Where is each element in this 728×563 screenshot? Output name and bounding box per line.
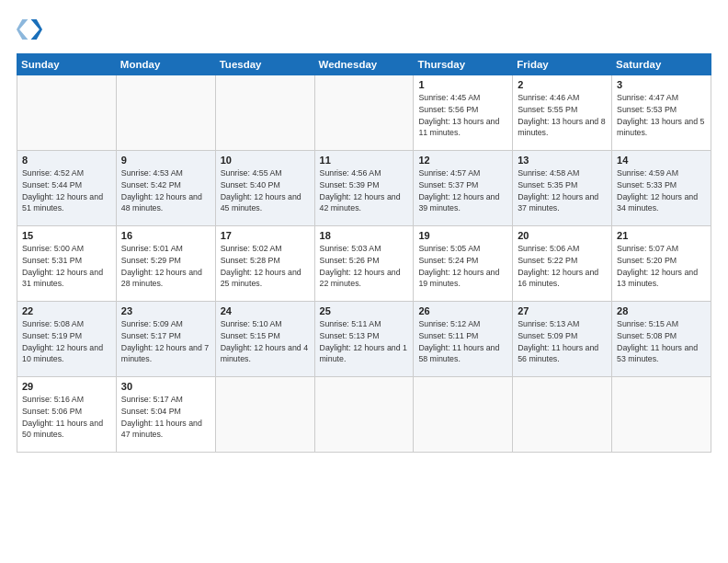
page: SundayMondayTuesdayWednesdayThursdayFrid… bbox=[0, 0, 728, 563]
day-number: 18 bbox=[320, 230, 409, 241]
calendar-week-row: 1Sunrise: 4:45 AMSunset: 5:56 PMDaylight… bbox=[17, 75, 711, 151]
day-number: 21 bbox=[617, 230, 706, 241]
day-info: Sunrise: 5:11 AMSunset: 5:13 PMDaylight:… bbox=[320, 318, 409, 365]
calendar-cell: 13Sunrise: 4:58 AMSunset: 5:35 PMDayligh… bbox=[513, 151, 612, 226]
calendar-cell: 18Sunrise: 5:03 AMSunset: 5:26 PMDayligh… bbox=[314, 226, 414, 302]
calendar-week-row: 29Sunrise: 5:16 AMSunset: 5:06 PMDayligh… bbox=[17, 377, 711, 453]
calendar-cell bbox=[116, 75, 215, 151]
calendar-cell bbox=[215, 377, 314, 453]
calendar-cell bbox=[513, 377, 612, 453]
day-number: 20 bbox=[518, 230, 607, 241]
calendar-day-header: Thursday bbox=[414, 54, 513, 75]
day-info: Sunrise: 5:16 AMSunset: 5:06 PMDaylight:… bbox=[22, 394, 111, 441]
calendar-cell: 15Sunrise: 5:00 AMSunset: 5:31 PMDayligh… bbox=[17, 226, 117, 302]
day-number: 29 bbox=[22, 381, 111, 392]
svg-marker-1 bbox=[17, 19, 28, 40]
logo bbox=[17, 17, 46, 42]
logo-icon bbox=[17, 17, 42, 42]
day-info: Sunrise: 5:17 AMSunset: 5:04 PMDaylight:… bbox=[121, 394, 210, 441]
day-info: Sunrise: 5:12 AMSunset: 5:11 PMDaylight:… bbox=[418, 318, 507, 365]
day-info: Sunrise: 5:02 AMSunset: 5:28 PMDaylight:… bbox=[221, 243, 310, 290]
day-info: Sunrise: 4:57 AMSunset: 5:37 PMDaylight:… bbox=[418, 167, 507, 214]
day-info: Sunrise: 4:53 AMSunset: 5:42 PMDaylight:… bbox=[121, 167, 210, 214]
calendar-week-row: 15Sunrise: 5:00 AMSunset: 5:31 PMDayligh… bbox=[17, 226, 711, 302]
day-info: Sunrise: 4:46 AMSunset: 5:55 PMDaylight:… bbox=[518, 92, 607, 139]
calendar-cell: 28Sunrise: 5:15 AMSunset: 5:08 PMDayligh… bbox=[612, 302, 711, 377]
day-info: Sunrise: 5:09 AMSunset: 5:17 PMDaylight:… bbox=[121, 318, 210, 365]
calendar-cell: 30Sunrise: 5:17 AMSunset: 5:04 PMDayligh… bbox=[116, 377, 215, 453]
day-info: Sunrise: 4:55 AMSunset: 5:40 PMDaylight:… bbox=[221, 167, 310, 214]
calendar-day-header: Sunday bbox=[17, 54, 117, 75]
calendar-cell: 17Sunrise: 5:02 AMSunset: 5:28 PMDayligh… bbox=[215, 226, 314, 302]
calendar-day-header: Friday bbox=[513, 54, 612, 75]
calendar-cell bbox=[314, 377, 414, 453]
day-number: 11 bbox=[320, 155, 409, 166]
calendar-day-header: Saturday bbox=[612, 54, 711, 75]
calendar-cell: 1Sunrise: 4:45 AMSunset: 5:56 PMDaylight… bbox=[414, 75, 513, 151]
day-info: Sunrise: 5:03 AMSunset: 5:26 PMDaylight:… bbox=[320, 243, 409, 290]
day-info: Sunrise: 5:06 AMSunset: 5:22 PMDaylight:… bbox=[518, 243, 607, 290]
day-number: 9 bbox=[121, 155, 210, 166]
day-number: 26 bbox=[418, 305, 507, 316]
day-number: 19 bbox=[418, 230, 507, 241]
calendar-cell: 10Sunrise: 4:55 AMSunset: 5:40 PMDayligh… bbox=[215, 151, 314, 226]
calendar-header-row: SundayMondayTuesdayWednesdayThursdayFrid… bbox=[17, 54, 711, 75]
day-number: 27 bbox=[518, 305, 607, 316]
day-info: Sunrise: 4:56 AMSunset: 5:39 PMDaylight:… bbox=[320, 167, 409, 214]
day-info: Sunrise: 5:00 AMSunset: 5:31 PMDaylight:… bbox=[22, 243, 111, 290]
calendar-cell: 25Sunrise: 5:11 AMSunset: 5:13 PMDayligh… bbox=[314, 302, 414, 377]
calendar-cell: 22Sunrise: 5:08 AMSunset: 5:19 PMDayligh… bbox=[17, 302, 117, 377]
day-info: Sunrise: 4:52 AMSunset: 5:44 PMDaylight:… bbox=[22, 167, 111, 214]
day-number: 30 bbox=[121, 381, 210, 392]
day-number: 24 bbox=[221, 305, 310, 316]
calendar-cell bbox=[612, 377, 711, 453]
calendar-cell bbox=[215, 75, 314, 151]
day-number: 3 bbox=[617, 79, 706, 90]
day-number: 13 bbox=[518, 155, 607, 166]
day-info: Sunrise: 4:58 AMSunset: 5:35 PMDaylight:… bbox=[518, 167, 607, 214]
calendar-day-header: Monday bbox=[116, 54, 215, 75]
day-number: 28 bbox=[617, 305, 706, 316]
calendar-day-header: Tuesday bbox=[215, 54, 314, 75]
calendar-cell: 8Sunrise: 4:52 AMSunset: 5:44 PMDaylight… bbox=[17, 151, 117, 226]
calendar-cell: 19Sunrise: 5:05 AMSunset: 5:24 PMDayligh… bbox=[414, 226, 513, 302]
calendar-cell: 9Sunrise: 4:53 AMSunset: 5:42 PMDaylight… bbox=[116, 151, 215, 226]
day-number: 22 bbox=[22, 305, 111, 316]
calendar-cell bbox=[17, 75, 117, 151]
header bbox=[17, 17, 711, 42]
calendar-cell: 21Sunrise: 5:07 AMSunset: 5:20 PMDayligh… bbox=[612, 226, 711, 302]
day-number: 25 bbox=[320, 305, 409, 316]
calendar-cell: 11Sunrise: 4:56 AMSunset: 5:39 PMDayligh… bbox=[314, 151, 414, 226]
day-info: Sunrise: 4:45 AMSunset: 5:56 PMDaylight:… bbox=[418, 92, 507, 139]
calendar-cell: 14Sunrise: 4:59 AMSunset: 5:33 PMDayligh… bbox=[612, 151, 711, 226]
calendar-cell: 16Sunrise: 5:01 AMSunset: 5:29 PMDayligh… bbox=[116, 226, 215, 302]
calendar-table: SundayMondayTuesdayWednesdayThursdayFrid… bbox=[17, 53, 711, 453]
day-number: 23 bbox=[121, 305, 210, 316]
calendar-cell: 12Sunrise: 4:57 AMSunset: 5:37 PMDayligh… bbox=[414, 151, 513, 226]
day-info: Sunrise: 5:15 AMSunset: 5:08 PMDaylight:… bbox=[617, 318, 706, 365]
day-info: Sunrise: 5:08 AMSunset: 5:19 PMDaylight:… bbox=[22, 318, 111, 365]
day-info: Sunrise: 5:01 AMSunset: 5:29 PMDaylight:… bbox=[121, 243, 210, 290]
day-number: 14 bbox=[617, 155, 706, 166]
day-info: Sunrise: 5:10 AMSunset: 5:15 PMDaylight:… bbox=[221, 318, 310, 365]
calendar-cell: 24Sunrise: 5:10 AMSunset: 5:15 PMDayligh… bbox=[215, 302, 314, 377]
day-info: Sunrise: 4:47 AMSunset: 5:53 PMDaylight:… bbox=[617, 92, 706, 139]
day-info: Sunrise: 4:59 AMSunset: 5:33 PMDaylight:… bbox=[617, 167, 706, 214]
calendar-cell: 20Sunrise: 5:06 AMSunset: 5:22 PMDayligh… bbox=[513, 226, 612, 302]
calendar-week-row: 8Sunrise: 4:52 AMSunset: 5:44 PMDaylight… bbox=[17, 151, 711, 226]
day-number: 12 bbox=[418, 155, 507, 166]
calendar-week-row: 22Sunrise: 5:08 AMSunset: 5:19 PMDayligh… bbox=[17, 302, 711, 377]
calendar-cell: 27Sunrise: 5:13 AMSunset: 5:09 PMDayligh… bbox=[513, 302, 612, 377]
day-info: Sunrise: 5:05 AMSunset: 5:24 PMDaylight:… bbox=[418, 243, 507, 290]
day-number: 15 bbox=[22, 230, 111, 241]
day-number: 2 bbox=[518, 79, 607, 90]
calendar-cell: 3Sunrise: 4:47 AMSunset: 5:53 PMDaylight… bbox=[612, 75, 711, 151]
day-info: Sunrise: 5:13 AMSunset: 5:09 PMDaylight:… bbox=[518, 318, 607, 365]
calendar-cell: 26Sunrise: 5:12 AMSunset: 5:11 PMDayligh… bbox=[414, 302, 513, 377]
day-number: 17 bbox=[221, 230, 310, 241]
day-number: 16 bbox=[121, 230, 210, 241]
calendar-cell bbox=[314, 75, 414, 151]
calendar-cell: 23Sunrise: 5:09 AMSunset: 5:17 PMDayligh… bbox=[116, 302, 215, 377]
day-info: Sunrise: 5:07 AMSunset: 5:20 PMDaylight:… bbox=[617, 243, 706, 290]
svg-marker-0 bbox=[31, 19, 42, 40]
